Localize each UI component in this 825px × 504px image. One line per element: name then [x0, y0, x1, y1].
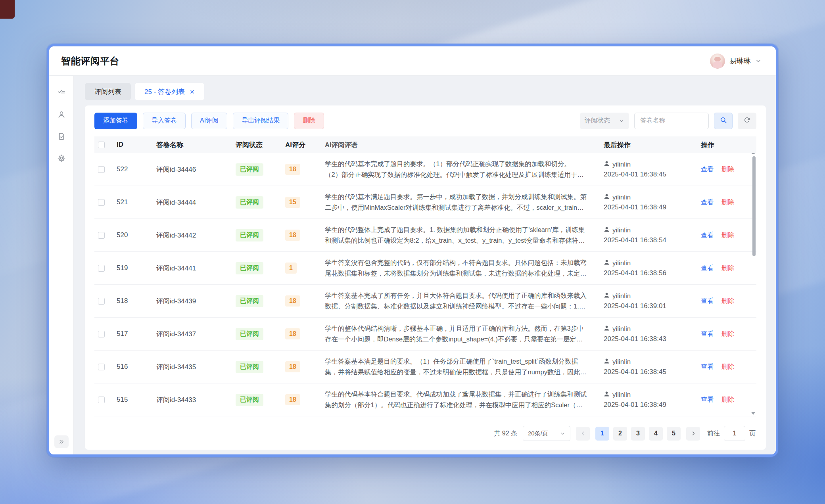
view-link[interactable]: 查看	[701, 330, 714, 338]
scrollbar-up-arrow[interactable]	[751, 153, 755, 154]
delete-link[interactable]: 删除	[721, 396, 734, 404]
search-button[interactable]	[714, 113, 733, 129]
score-badge: 18	[285, 394, 300, 405]
row-operator: yilinlin	[612, 325, 631, 333]
row-name: 评阅id-34442	[156, 231, 236, 240]
row-last-op: yilinlin 2025-04-01 16:38:54	[604, 226, 701, 244]
collapse-sidebar-button[interactable]	[54, 435, 69, 448]
row-checkbox[interactable]	[98, 364, 105, 370]
page-number-button[interactable]: 2	[613, 427, 627, 441]
page-number-button[interactable]: 5	[667, 427, 681, 441]
row-time: 2025-04-01 16:38:43	[604, 335, 701, 343]
table-row: 516 评阅id-34435 已评阅 18 学生答案基本满足题目的要求。（1）任…	[94, 351, 756, 383]
row-checkbox[interactable]	[98, 397, 105, 403]
delete-link[interactable]: 删除	[721, 231, 734, 240]
refresh-button[interactable]	[738, 113, 756, 129]
pagination: 共 92 条 20条/页 12345 前往	[94, 417, 756, 450]
user-name: 易琳琳	[729, 56, 751, 66]
table-row: 518 评阅id-34439 已评阅 18 学生答案基本完成了所有任务，并且大体…	[94, 285, 756, 318]
page-number-button[interactable]: 1	[595, 427, 609, 441]
header-id: ID	[117, 141, 156, 149]
prev-page-button[interactable]	[576, 427, 590, 441]
row-last-op: yilinlin 2025-04-01 16:38:49	[604, 391, 701, 409]
row-operator: yilinlin	[612, 292, 631, 300]
add-answer-button[interactable]: 添加答卷	[94, 113, 137, 129]
view-link[interactable]: 查看	[701, 231, 714, 240]
row-last-op: yilinlin 2025-04-01 16:39:01	[604, 292, 701, 310]
page-number-button[interactable]: 4	[649, 427, 663, 441]
delete-link[interactable]: 删除	[721, 297, 734, 305]
app-window: 智能评阅平台 易琳琳	[47, 44, 778, 457]
import-answer-button[interactable]: 导入答卷	[143, 113, 186, 129]
page-list: 12345	[595, 427, 681, 441]
settings-gear-icon[interactable]	[57, 154, 66, 163]
delete-link[interactable]: 删除	[721, 198, 734, 207]
action-buttons: 添加答卷 导入答卷 AI评阅 导出评阅结果 删除	[94, 113, 324, 129]
delete-button[interactable]: 删除	[294, 113, 324, 129]
page-number-button[interactable]: 3	[631, 427, 645, 441]
delete-link[interactable]: 删除	[721, 363, 734, 371]
row-id: 518	[117, 297, 156, 305]
select-all-checkbox[interactable]	[98, 142, 105, 148]
row-name: 评阅id-34433	[156, 395, 236, 404]
tab-answer-sheet-list[interactable]: 25 - 答卷列表	[135, 83, 204, 100]
delete-link[interactable]: 删除	[721, 165, 734, 174]
review-checklist-icon[interactable]	[57, 88, 66, 97]
row-operator: yilinlin	[612, 194, 631, 201]
row-operator: yilinlin	[612, 226, 631, 234]
close-icon[interactable]	[190, 89, 195, 94]
view-link[interactable]: 查看	[701, 363, 714, 371]
delete-link[interactable]: 删除	[721, 264, 734, 272]
view-link[interactable]: 查看	[701, 264, 714, 272]
answer-name-input[interactable]: 答卷名称	[634, 113, 709, 129]
review-status-select[interactable]: 评阅状态	[580, 113, 629, 129]
row-checkbox[interactable]	[98, 199, 105, 206]
header-score: AI评分	[285, 140, 325, 149]
status-badge: 已评阅	[236, 295, 263, 307]
scrollbar-down-arrow[interactable]	[751, 412, 755, 415]
row-id: 517	[117, 330, 156, 338]
row-last-op: yilinlin 2025-04-01 16:38:45	[604, 358, 701, 376]
window-body: 评阅列表 25 - 答卷列表 添加答卷 导入答卷 AI评阅	[49, 76, 776, 454]
ai-review-button[interactable]: AI评阅	[191, 113, 227, 129]
row-last-op: yilinlin 2025-04-01 16:38:56	[604, 259, 701, 277]
row-checkbox[interactable]	[98, 166, 105, 173]
score-badge: 18	[285, 361, 300, 372]
header-name: 答卷名称	[156, 140, 236, 149]
row-checkbox[interactable]	[98, 265, 105, 272]
chevron-down-icon	[755, 58, 762, 64]
page-size-select[interactable]: 20条/页	[523, 426, 570, 441]
avatar[interactable]	[710, 54, 725, 69]
export-results-button[interactable]: 导出评阅结果	[233, 113, 288, 129]
chevron-down-icon	[560, 431, 565, 436]
scrollbar-thumb[interactable]	[752, 156, 756, 256]
view-link[interactable]: 查看	[701, 198, 714, 207]
row-time: 2025-04-01 16:39:01	[604, 302, 701, 310]
row-id: 515	[117, 396, 156, 404]
document-check-icon[interactable]	[57, 132, 66, 141]
header-comment: AI评阅评语	[325, 140, 604, 150]
row-last-op: yilinlin 2025-04-01 16:38:43	[604, 325, 701, 343]
row-checkbox[interactable]	[98, 232, 105, 239]
delete-link[interactable]: 删除	[721, 330, 734, 338]
row-checkbox[interactable]	[98, 331, 105, 337]
user-menu[interactable]: 易琳琳	[710, 54, 762, 69]
row-name: 评阅id-34446	[156, 165, 236, 174]
row-operator: yilinlin	[612, 259, 631, 267]
row-checkbox[interactable]	[98, 298, 105, 305]
row-name: 评阅id-34435	[156, 362, 236, 372]
table-row: 515 评阅id-34433 已评阅 18 学生的代码基本符合题目要求。代码成功…	[94, 383, 756, 416]
goto-label: 前往	[707, 429, 720, 438]
operator-user-icon	[604, 292, 610, 300]
view-link[interactable]: 查看	[701, 297, 714, 305]
user-icon[interactable]	[57, 110, 66, 119]
view-link[interactable]: 查看	[701, 165, 714, 174]
tab-review-list[interactable]: 评阅列表	[85, 83, 131, 100]
row-comment: 学生的代码整体上完成了题目要求。1. 数据集的加载和划分正确使用了'sklear…	[325, 224, 604, 246]
next-page-button[interactable]	[686, 427, 700, 441]
row-operator: yilinlin	[612, 161, 631, 169]
view-link[interactable]: 查看	[701, 396, 714, 404]
goto-page-input[interactable]	[724, 426, 745, 441]
row-id: 516	[117, 363, 156, 371]
table-header: ID 答卷名称 评阅状态 AI评分 AI评阅评语 最后操作 操作	[94, 136, 756, 153]
